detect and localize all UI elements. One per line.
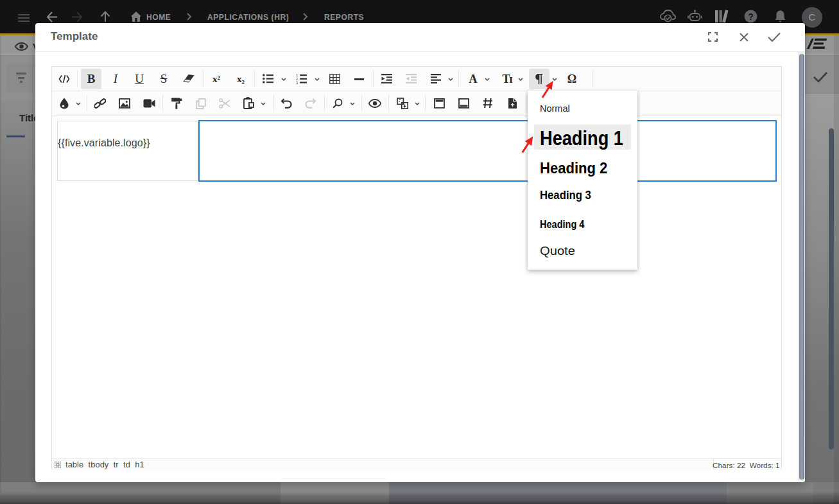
svg-text:?: ?: [748, 12, 754, 22]
svg-text:3: 3: [296, 81, 298, 84]
